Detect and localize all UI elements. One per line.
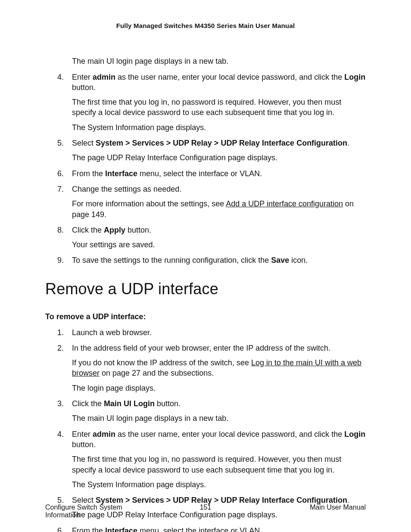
step-2b: 2. In the address field of your web brow… — [57, 343, 366, 393]
step-number: 8. — [57, 225, 64, 235]
step-number: 7. — [57, 184, 64, 194]
page-content: Fully Managed Switches M4350 Series Main… — [0, 0, 411, 532]
step-detail: The first time that you log in, no passw… — [72, 97, 366, 118]
step-4b: 4. Enter admin as the user name, enter y… — [57, 429, 366, 490]
page-footer: Configure Switch System Information 151 … — [45, 504, 366, 519]
step-7a: 7. Change the settings as needed. For mo… — [57, 184, 366, 220]
step-text: From the Interface menu, select the inte… — [72, 168, 366, 179]
step-number: 2. — [57, 343, 64, 353]
step-detail: If you do not know the IP address of the… — [72, 358, 366, 379]
step-5a: 5. Select System > Services > UDP Relay … — [57, 138, 366, 163]
step-detail: The first time that you log in, no passw… — [72, 454, 366, 475]
step-6b: 6. From the Interface menu, select the i… — [57, 526, 366, 532]
running-header: Fully Managed Switches M4350 Series Main… — [45, 22, 366, 30]
step-text: From the Interface menu, select the inte… — [72, 526, 366, 532]
step-text: Launch a web browser. — [72, 327, 366, 338]
step-1b: 1. Launch a web browser. — [57, 327, 366, 338]
page-number: 151 — [200, 504, 212, 511]
continuation-text: The main UI login page displays in a new… — [72, 56, 366, 66]
steps-list-a: 4. Enter admin as the user name, enter y… — [57, 72, 366, 266]
steps-list-b: 1. Launch a web browser. 2. In the addre… — [57, 327, 366, 532]
step-number: 1. — [57, 327, 64, 338]
step-text: In the address field of your web browser… — [72, 343, 366, 353]
step-detail: The main UI login page displays in a new… — [72, 413, 366, 423]
step-detail: The System Information page displays. — [72, 479, 366, 490]
step-text: To save the settings to the running conf… — [72, 255, 366, 265]
footer-doc-title: Main User Manual — [271, 504, 366, 511]
cross-ref-link[interactable]: Add a UDP interface configuration — [226, 199, 343, 208]
step-number: 6. — [57, 526, 64, 532]
procedure-intro: To remove a UDP interface: — [45, 311, 366, 322]
step-text: Enter admin as the user name, enter your… — [72, 72, 366, 93]
step-detail: The page UDP Relay Interface Configurati… — [72, 152, 366, 163]
step-text: Select System > Services > UDP Relay > U… — [72, 138, 366, 148]
step-number: 6. — [57, 168, 64, 179]
footer-section-title: Configure Switch System Information — [45, 504, 140, 519]
step-8a: 8. Click the Apply button. Your settings… — [57, 225, 366, 250]
step-text: Click the Apply button. — [72, 225, 366, 235]
step-detail: For more information about the settings,… — [72, 199, 366, 220]
step-detail: Your settings are saved. — [72, 240, 366, 250]
step-number: 9. — [57, 255, 64, 265]
step-text: Change the settings as needed. — [72, 184, 366, 194]
step-6a: 6. From the Interface menu, select the i… — [57, 168, 366, 179]
section-heading: Remove a UDP interface — [45, 279, 366, 300]
step-number: 3. — [57, 398, 64, 409]
step-4a: 4. Enter admin as the user name, enter y… — [57, 72, 366, 133]
step-detail: The System Information page displays. — [72, 122, 366, 133]
step-number: 4. — [57, 429, 64, 439]
step-text: Enter admin as the user name, enter your… — [72, 429, 366, 450]
step-9a: 9. To save the settings to the running c… — [57, 255, 366, 265]
step-text: Click the Main UI Login button. — [72, 398, 366, 409]
step-number: 4. — [57, 72, 64, 82]
step-number: 5. — [57, 138, 64, 148]
step-3b: 3. Click the Main UI Login button. The m… — [57, 398, 366, 424]
step-detail: The login page displays. — [72, 383, 366, 393]
